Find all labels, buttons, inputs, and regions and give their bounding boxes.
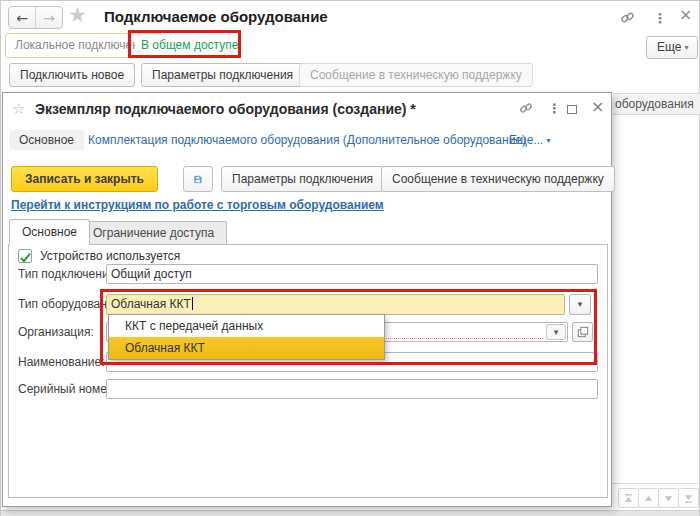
go-top-icon	[623, 493, 634, 504]
tab-main[interactable]: Основное	[9, 219, 90, 245]
connection-type-label: Тип подключения:	[18, 267, 118, 281]
dialog-menu-icon[interactable]: ⋮	[548, 101, 561, 116]
check-icon	[19, 252, 32, 264]
dialog-close-icon[interactable]: ×	[591, 97, 604, 116]
list-down-button[interactable]	[658, 488, 679, 508]
equipment-type-value: Облачная ККТ	[111, 297, 191, 311]
device-used-label[interactable]: Устройство используется	[40, 249, 180, 263]
forward-button[interactable]: →	[36, 7, 62, 28]
save-button[interactable]	[183, 166, 213, 192]
serial-number-field[interactable]	[106, 379, 598, 399]
name-label: Наименование:	[18, 355, 105, 369]
chevron-down-icon: ▾	[546, 136, 550, 145]
dialog-nav-current[interactable]: Основное	[9, 130, 84, 150]
equipment-type-dropdown-button[interactable]: ▾	[569, 294, 591, 315]
organization-dropdown-button[interactable]: ▾	[546, 324, 566, 340]
page-title: Подключаемое оборудование	[104, 8, 328, 25]
equipment-type-dropdown-list: ККТ с передачей данных Облачная ККТ	[108, 314, 385, 360]
chain-icon	[620, 10, 635, 25]
text-cursor	[192, 297, 193, 310]
serial-number-label: Серийный номер:	[18, 382, 117, 396]
view-button-shared-access[interactable]: В общем доступе	[135, 35, 244, 57]
list-up-button[interactable]	[638, 488, 659, 508]
down-icon	[663, 493, 674, 504]
dialog-get-link-icon[interactable]	[519, 101, 533, 118]
dialog-title: Экземпляр подключаемого оборудования (со…	[35, 101, 416, 117]
background-column-header[interactable]: оборудования	[613, 93, 700, 115]
back-button[interactable]: ←	[9, 7, 36, 28]
equipment-instance-dialog: ☆ Экземпляр подключаемого оборудования (…	[2, 92, 612, 507]
dialog-nav-link-equipment-set[interactable]: Комплектация подключаемого оборудования …	[88, 133, 526, 147]
instructions-link[interactable]: Перейти к инструкциям по работе с торгов…	[11, 198, 384, 212]
connection-params-button-dialog[interactable]: Параметры подключения	[221, 166, 384, 192]
connection-params-button-main[interactable]: Параметры подключения	[141, 63, 304, 87]
save-and-close-button[interactable]: Записать и закрыть	[11, 166, 158, 192]
history-nav: ← →	[8, 6, 63, 29]
status-bar	[1, 510, 699, 516]
dialog-nav-more-label: Еще...	[509, 133, 543, 147]
tech-support-button-main: Сообщение в техническую поддержку	[299, 63, 533, 87]
dialog-maximize-icon[interactable]	[567, 105, 577, 114]
go-bottom-icon	[683, 493, 694, 504]
connect-new-button[interactable]: Подключить новое	[9, 63, 135, 87]
get-link-icon[interactable]	[620, 10, 635, 28]
open-item-icon	[577, 326, 589, 338]
device-used-checkbox[interactable]	[18, 249, 32, 263]
window-menu-icon[interactable]: ⋮	[653, 10, 667, 26]
background-divider	[612, 483, 700, 484]
organization-label: Организация:	[18, 325, 94, 339]
list-go-top-button[interactable]	[618, 488, 639, 508]
chain-icon	[519, 101, 533, 115]
dropdown-item-cloud-kkt[interactable]: Облачная ККТ	[109, 337, 384, 359]
equipment-type-field[interactable]: Облачная ККТ	[106, 294, 565, 315]
tech-support-button-dialog[interactable]: Сообщение в техническую поддержку	[381, 166, 615, 192]
list-go-bottom-button[interactable]	[678, 488, 699, 508]
chevron-down-icon: ▾	[684, 43, 688, 52]
dialog-nav-more[interactable]: Еще...▾	[509, 133, 550, 147]
dropdown-item-kkt-data-transfer[interactable]: ККТ с передачей данных	[109, 315, 384, 337]
tab-access-restriction[interactable]: Ограничение доступа	[80, 221, 227, 245]
more-button-main[interactable]: Еще▾	[646, 36, 698, 59]
floppy-save-icon	[194, 172, 202, 187]
dialog-favorite-star-icon[interactable]: ☆	[12, 100, 25, 118]
organization-open-button[interactable]	[572, 322, 593, 342]
connection-type-field[interactable]: Общий доступ	[106, 264, 598, 284]
form-panel: Устройство используется Тип подключения:…	[8, 244, 608, 498]
up-icon	[643, 493, 654, 504]
window-close-icon[interactable]: ×	[679, 7, 692, 23]
favorite-star-icon[interactable]: ★	[68, 3, 87, 27]
more-button-label: Еще	[657, 40, 681, 54]
